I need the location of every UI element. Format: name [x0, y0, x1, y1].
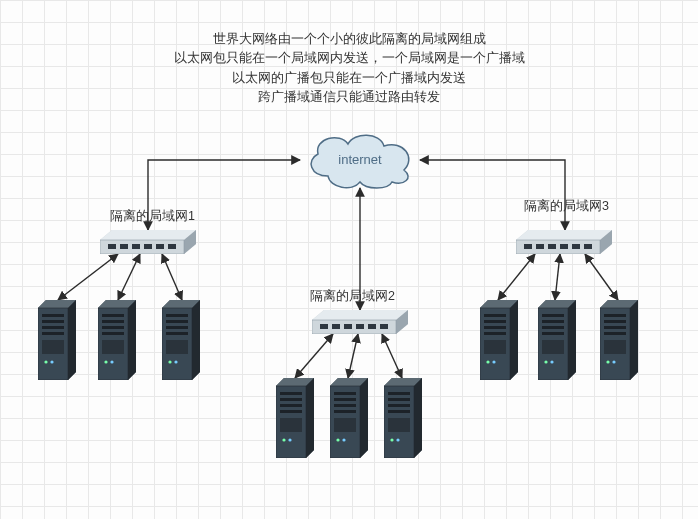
description-line: 以太网的广播包只能在一个广播域内发送 — [0, 69, 698, 88]
description-line: 世界大网络由一个个小的彼此隔离的局域网组成 — [0, 30, 698, 49]
cloud-label: internet — [300, 128, 420, 190]
internet-cloud: internet — [300, 128, 420, 190]
description-line: 以太网包只能在一个局域网内发送，一个局域网是一个广播域 — [0, 49, 698, 68]
lan2-switch — [312, 310, 408, 334]
lan1-server — [162, 300, 200, 380]
lan2-server — [384, 378, 422, 458]
lan2-label: 隔离的局域网2 — [310, 288, 395, 305]
lan1-label: 隔离的局域网1 — [110, 208, 195, 225]
lan1-switch — [100, 230, 196, 254]
lan3-server — [538, 300, 576, 380]
lan3-label: 隔离的局域网3 — [524, 198, 609, 215]
description-block: 世界大网络由一个个小的彼此隔离的局域网组成 以太网包只能在一个局域网内发送，一个… — [0, 30, 698, 108]
lan3-switch — [516, 230, 612, 254]
lan1-server — [98, 300, 136, 380]
lan2-server — [330, 378, 368, 458]
description-line: 跨广播域通信只能通过路由转发 — [0, 88, 698, 107]
lan1-server — [38, 300, 76, 380]
lan3-server — [600, 300, 638, 380]
lan2-server — [276, 378, 314, 458]
lan3-server — [480, 300, 518, 380]
